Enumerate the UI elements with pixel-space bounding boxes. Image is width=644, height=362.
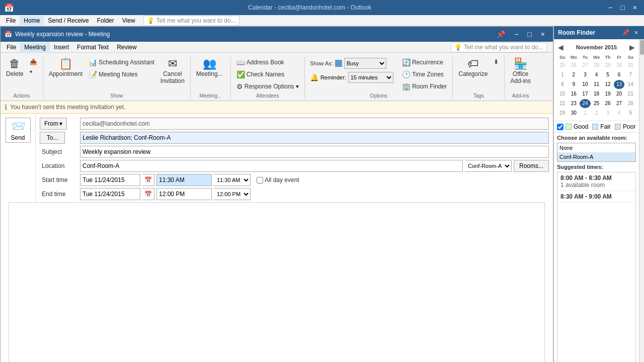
- cal-day-19[interactable]: 19: [602, 89, 613, 99]
- cancel-invitation-button[interactable]: ✉ CancelInvitation: [158, 57, 187, 86]
- room-none[interactable]: None: [557, 143, 635, 152]
- location-dropdown[interactable]: Conf-Room-A: [465, 160, 512, 172]
- cal-day-14[interactable]: 14: [625, 80, 636, 89]
- cal-day-2-next[interactable]: 2: [591, 109, 602, 118]
- cal-day-1[interactable]: 1: [557, 70, 568, 79]
- dialog-menu-insert[interactable]: Insert: [50, 43, 73, 52]
- cal-day-8[interactable]: 8: [557, 80, 568, 89]
- cal-day-28[interactable]: 28: [625, 99, 636, 108]
- dialog-restore-button[interactable]: □: [523, 30, 535, 39]
- cal-day-10[interactable]: 10: [580, 80, 591, 89]
- cal-day-30-prev[interactable]: 30: [614, 61, 625, 70]
- tags-more-button[interactable]: ⬇: [491, 57, 501, 67]
- recurrence-button[interactable]: 🔄 Recurrence: [399, 57, 449, 68]
- cal-day-30[interactable]: 30: [569, 109, 580, 118]
- menu-folder[interactable]: Folder: [93, 16, 118, 25]
- cal-day-7[interactable]: 7: [625, 70, 636, 79]
- start-time-input[interactable]: [156, 174, 212, 186]
- suggestion-1[interactable]: 8:00 AM - 8:30 AM 1 available room: [557, 172, 635, 191]
- dialog-pin-button[interactable]: 📌: [493, 30, 509, 39]
- cal-day-2[interactable]: 2: [569, 70, 580, 79]
- cal-day-17[interactable]: 17: [580, 89, 591, 99]
- room-conf-a[interactable]: Conf-Room-A: [557, 152, 635, 161]
- menu-file[interactable]: File: [2, 16, 20, 25]
- appointment-button[interactable]: 📋 Appointment: [46, 57, 85, 79]
- cal-next-button[interactable]: ▶: [628, 42, 636, 52]
- start-date-input[interactable]: [80, 174, 140, 186]
- cal-day-26-prev[interactable]: 26: [569, 61, 580, 70]
- rooms-button[interactable]: Rooms...: [514, 160, 549, 172]
- cal-day-29-prev[interactable]: 29: [602, 61, 613, 70]
- categorize-button[interactable]: 🏷 Categorize: [456, 57, 490, 79]
- cal-day-3[interactable]: 3: [580, 70, 591, 79]
- start-time-dropdown[interactable]: 11:30 AM: [214, 174, 251, 186]
- end-time-input[interactable]: [156, 188, 212, 200]
- meeting-body-area[interactable]: [9, 202, 545, 362]
- to-input[interactable]: [80, 132, 549, 144]
- dialog-menu-review[interactable]: Review: [113, 43, 140, 52]
- room-finder-pin-button[interactable]: 📌: [620, 29, 631, 37]
- cal-day-12[interactable]: 12: [602, 80, 613, 89]
- cal-day-4-next[interactable]: 4: [614, 109, 625, 118]
- end-cal-button[interactable]: 📅: [142, 188, 154, 200]
- cal-day-24[interactable]: 24: [580, 99, 591, 108]
- office-addins-button[interactable]: 🏪 OfficeAdd-ins: [508, 57, 533, 86]
- cal-day-5-next[interactable]: 5: [625, 109, 636, 118]
- address-book-button[interactable]: 📖 Address Book: [234, 57, 301, 68]
- cal-day-27[interactable]: 27: [614, 99, 625, 108]
- dialog-menu-meeting[interactable]: Meeting: [20, 43, 50, 52]
- allday-checkbox[interactable]: [257, 177, 263, 184]
- from-button[interactable]: From ▾: [40, 118, 67, 130]
- cal-day-11[interactable]: 11: [591, 80, 602, 89]
- cal-day-25-prev[interactable]: 25: [557, 61, 568, 70]
- cal-day-27-prev[interactable]: 27: [580, 61, 591, 70]
- forward-dropdown[interactable]: ▾: [27, 67, 40, 76]
- restore-button[interactable]: □: [617, 3, 627, 13]
- cal-day-25[interactable]: 25: [591, 99, 602, 108]
- check-names-button[interactable]: ✅ Check Names: [234, 69, 301, 80]
- cal-day-31-prev[interactable]: 31: [625, 61, 636, 70]
- tell-me-box[interactable]: 💡 Tell me what you want to do...: [143, 16, 239, 26]
- delete-button[interactable]: 🗑 Delete: [4, 57, 26, 79]
- meeting-button[interactable]: 👥 Meeting...: [194, 57, 225, 79]
- cal-day-6[interactable]: 6: [614, 70, 625, 79]
- dialog-tell-me-box[interactable]: 💡 Tell me what you want to do...: [451, 42, 547, 52]
- end-date-input[interactable]: [80, 188, 140, 200]
- start-cal-button[interactable]: 📅: [142, 174, 154, 186]
- scheduling-assistant-button[interactable]: 📊 Scheduling Assistant: [86, 57, 157, 68]
- minimize-button[interactable]: −: [605, 3, 615, 13]
- forward-button[interactable]: 📤: [27, 57, 40, 67]
- cal-day-15[interactable]: 15: [557, 89, 568, 99]
- menu-send-receive[interactable]: Send / Receive: [44, 16, 93, 25]
- to-button[interactable]: To...: [40, 132, 65, 144]
- cal-day-23[interactable]: 23: [569, 99, 580, 108]
- suggestion-2[interactable]: 8:30 AM - 9:00 AM: [557, 191, 635, 203]
- cal-day-9[interactable]: 9: [569, 80, 580, 89]
- cal-day-5[interactable]: 5: [602, 70, 613, 79]
- dialog-menu-format-text[interactable]: Format Text: [73, 43, 113, 52]
- reminder-select[interactable]: 15 minutes None 5 minutes 30 minutes: [348, 72, 393, 83]
- cal-day-29[interactable]: 29: [557, 109, 568, 118]
- room-finder-ribbon-button[interactable]: 🏢 Room Finder: [399, 81, 449, 92]
- show-as-select[interactable]: Busy Free Tentative Out of Office: [344, 58, 386, 69]
- meeting-notes-button[interactable]: 📝 Meeting Notes: [86, 69, 157, 80]
- end-time-dropdown[interactable]: 12:00 PM: [214, 188, 251, 200]
- cal-day-18[interactable]: 18: [591, 89, 602, 99]
- dialog-close-button[interactable]: ×: [537, 30, 549, 39]
- menu-home[interactable]: Home: [20, 16, 44, 25]
- close-button[interactable]: ×: [630, 3, 640, 13]
- from-input[interactable]: [80, 118, 549, 130]
- send-button[interactable]: 📨 Send: [6, 118, 31, 143]
- dialog-menu-file[interactable]: File: [3, 43, 20, 52]
- room-finder-scrollbar[interactable]: [639, 39, 644, 362]
- cal-day-22[interactable]: 22: [557, 99, 568, 108]
- cal-prev-button[interactable]: ◀: [557, 42, 565, 52]
- cal-day-26[interactable]: 26: [602, 99, 613, 108]
- dialog-minimize-button[interactable]: −: [510, 30, 522, 39]
- cal-day-1-next[interactable]: 1: [580, 109, 591, 118]
- cal-day-21[interactable]: 21: [625, 89, 636, 99]
- cal-day-20[interactable]: 20: [614, 89, 625, 99]
- cal-day-3-next[interactable]: 3: [602, 109, 613, 118]
- subject-input[interactable]: [80, 146, 549, 158]
- cal-day-13[interactable]: 13: [614, 80, 625, 89]
